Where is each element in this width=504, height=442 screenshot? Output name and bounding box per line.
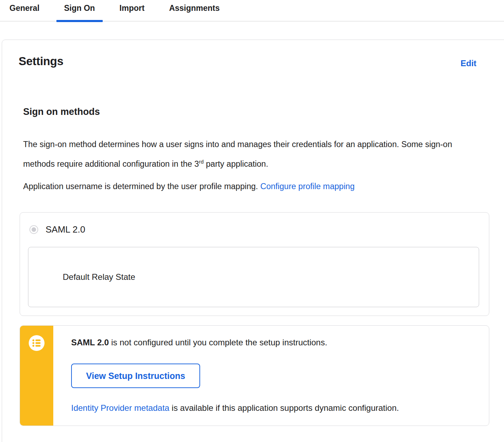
- not-configured-message: SAML 2.0 is not configured until you com…: [71, 337, 478, 348]
- ordinal-superscript: rd: [199, 159, 204, 165]
- default-relay-state-label: Default Relay State: [63, 272, 135, 282]
- tab-bar: General Sign On Import Assignments: [0, 0, 504, 21]
- description-text-tail: party application.: [204, 159, 268, 168]
- settings-title: Settings: [19, 55, 63, 68]
- setup-callout: SAML 2.0 is not configured until you com…: [20, 325, 489, 426]
- saml-method-box: SAML 2.0 Default Relay State: [20, 212, 489, 316]
- callout-body: SAML 2.0 is not configured until you com…: [71, 326, 478, 413]
- sign-on-methods-heading: Sign on methods: [23, 106, 100, 117]
- saml-bold-label: SAML 2.0: [71, 338, 109, 347]
- tab-import[interactable]: Import: [112, 0, 152, 21]
- tab-sign-on[interactable]: Sign On: [56, 0, 103, 21]
- metadata-availability-text: is available if this application support…: [169, 403, 399, 413]
- relay-state-box: Default Relay State: [28, 247, 479, 307]
- view-setup-instructions-button[interactable]: View Setup Instructions: [71, 364, 200, 388]
- app-sign-on-page: General Sign On Import Assignments Setti…: [0, 0, 504, 442]
- tab-assignments-label: Assignments: [169, 4, 219, 13]
- tab-sign-on-label: Sign On: [64, 4, 95, 13]
- tab-general-label: General: [9, 4, 40, 13]
- identity-provider-metadata-link[interactable]: Identity Provider metadata: [71, 403, 169, 413]
- settings-card: Settings Edit Sign on methods The sign-o…: [2, 40, 504, 442]
- username-mapping-label: Application username is determined by th…: [23, 182, 260, 191]
- saml-radio-dot: [32, 227, 36, 232]
- callout-warning-stripe: [20, 326, 53, 426]
- not-configured-text: is not configured until you complete the…: [109, 338, 327, 347]
- saml-radio-row: SAML 2.0: [29, 224, 85, 235]
- edit-link[interactable]: Edit: [461, 58, 476, 68]
- saml-radio[interactable]: [29, 225, 38, 234]
- configure-profile-mapping-link[interactable]: Configure profile mapping: [260, 182, 355, 191]
- tab-assignments[interactable]: Assignments: [161, 0, 227, 21]
- identity-provider-metadata-line: Identity Provider metadata is available …: [71, 403, 478, 413]
- tab-general[interactable]: General: [2, 0, 47, 21]
- username-mapping-text: Application username is determined by th…: [23, 178, 465, 195]
- list-icon: [28, 335, 45, 351]
- saml-radio-label: SAML 2.0: [46, 224, 85, 235]
- tab-import-label: Import: [120, 4, 145, 13]
- sign-on-description: The sign-on method determines how a user…: [23, 136, 465, 173]
